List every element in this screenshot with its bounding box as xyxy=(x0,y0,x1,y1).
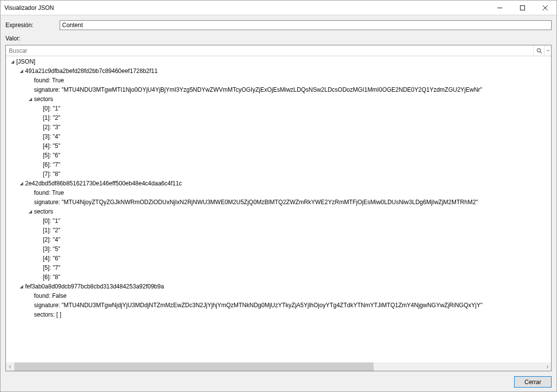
svg-marker-6 xyxy=(11,60,14,64)
tree-array-item: [5]: "7" xyxy=(43,264,60,271)
tree-container: [JSON]491a21c9dfba2befd28fd2bb7c89460eef… xyxy=(6,56,551,371)
search-options-button[interactable] xyxy=(544,45,551,56)
close-window-button[interactable] xyxy=(534,0,557,15)
horizontal-scrollbar[interactable] xyxy=(6,362,551,371)
tree-sector-item[interactable]: [5]: "7" xyxy=(8,263,551,273)
tree-prop: found: False xyxy=(34,292,67,299)
expand-toggle[interactable] xyxy=(10,57,15,67)
tree-prop: signature: "MTU4NDU3MTgwNjdjYjU3MDdjNTZm… xyxy=(34,302,483,309)
value-label: Valor: xyxy=(5,35,552,42)
minimize-icon xyxy=(497,5,502,10)
tree-entry[interactable]: fef3ab0a8d09dcb977bcb8cbd313d484253a92f0… xyxy=(8,282,551,291)
json-tree[interactable]: [JSON]491a21c9dfba2befd28fd2bb7c89460eef… xyxy=(6,56,551,362)
value-panel: [JSON]491a21c9dfba2befd28fd2bb7c89460eef… xyxy=(5,45,552,371)
tree-array-item: [6]: "8" xyxy=(43,274,60,281)
tree-array-item: [5]: "6" xyxy=(43,152,60,159)
svg-marker-10 xyxy=(29,210,32,214)
search-row xyxy=(6,45,551,56)
expand-toggle[interactable] xyxy=(19,282,24,291)
tree-sector-item[interactable]: [5]: "6" xyxy=(8,151,551,160)
tree-key: fef3ab0a8d09dcb977bcb8cbd313d484253a92f0… xyxy=(25,283,164,290)
tree-root[interactable]: [JSON] xyxy=(8,57,551,67)
tree-sector-item[interactable]: [4]: "6" xyxy=(8,254,551,263)
search-icon xyxy=(536,48,542,54)
svg-marker-7 xyxy=(20,70,23,73)
tree-prop: sectors: [ ] xyxy=(34,311,61,318)
svg-line-5 xyxy=(540,51,541,53)
tree-sector-item[interactable]: [6]: "8" xyxy=(8,273,551,282)
expression-row: Expresión: Content xyxy=(5,20,552,30)
window-title: Visualizador JSON xyxy=(4,4,54,11)
chevron-down-icon xyxy=(546,49,550,53)
chevron-right-icon xyxy=(545,365,549,369)
maximize-button[interactable] xyxy=(511,0,534,15)
dialog-footer: Cerrar xyxy=(5,374,552,388)
tree-signature[interactable]: signature: "MTU4NDU3MTgwMTI1Njo0OYjU4YjB… xyxy=(8,85,551,95)
tree-array-item: [6]: "7" xyxy=(43,161,60,168)
svg-marker-11 xyxy=(20,285,23,288)
tree-sector-item[interactable]: [1]: "2" xyxy=(8,226,551,235)
close-button[interactable]: Cerrar xyxy=(514,376,552,388)
tree-key: 2e42dbd5df86b851621730e146eff500eb48e4c4… xyxy=(25,180,182,187)
svg-marker-9 xyxy=(20,182,23,185)
tree-array-item: [4]: "6" xyxy=(43,255,60,262)
expand-toggle[interactable] xyxy=(19,67,24,76)
tree-sector-item[interactable]: [2]: "3" xyxy=(8,123,551,132)
scroll-track[interactable] xyxy=(14,362,543,371)
expression-label: Expresión: xyxy=(5,22,55,29)
tree-array-item: [3]: "5" xyxy=(43,246,60,252)
tree-prop: signature: "MTU4NDU3MTgwMTI1Njo0OYjU4YjB… xyxy=(34,86,482,93)
tree-found[interactable]: found: True xyxy=(8,188,551,198)
tree-array-item: [4]: "5" xyxy=(43,143,60,149)
expand-toggle[interactable] xyxy=(28,95,33,104)
expand-toggle[interactable] xyxy=(28,207,33,216)
tree-sector-item[interactable]: [6]: "7" xyxy=(8,160,551,170)
tree-sector-item[interactable]: [3]: "5" xyxy=(8,245,551,254)
scroll-thumb[interactable] xyxy=(14,362,374,371)
svg-point-4 xyxy=(537,48,540,52)
tree-array-item: [2]: "3" xyxy=(43,124,60,131)
search-input[interactable] xyxy=(6,45,533,56)
tree-entry[interactable]: 491a21c9dfba2befd28fd2bb7c89460eef1728b2… xyxy=(8,67,551,76)
expression-value: Content xyxy=(62,22,83,29)
expression-field[interactable]: Content xyxy=(60,20,552,30)
json-visualizer-window: Visualizador JSON Expresión: Content Val… xyxy=(0,0,557,392)
tree-found[interactable]: found: False xyxy=(8,291,551,301)
tree-array-item: [0]: "1" xyxy=(43,105,60,112)
svg-rect-1 xyxy=(521,5,525,10)
maximize-icon xyxy=(520,5,525,10)
titlebar: Visualizador JSON xyxy=(0,0,557,15)
tree-prop: signature: "MTU4NjoyZTQyZGJkNWRmODZiODUx… xyxy=(34,199,478,206)
tree-sector-item[interactable]: [3]: "4" xyxy=(8,132,551,142)
tree-array-item: [1]: "2" xyxy=(43,227,60,234)
tree-signature[interactable]: signature: "MTU4NjoyZTQyZGJkNWRmODZiODUx… xyxy=(8,198,551,207)
tree-sectors[interactable]: sectors xyxy=(8,95,551,104)
minimize-button[interactable] xyxy=(488,0,511,15)
tree-sector-item[interactable]: [0]: "1" xyxy=(8,216,551,226)
expand-toggle[interactable] xyxy=(19,179,24,188)
scroll-right-button[interactable] xyxy=(543,362,551,371)
tree-array-item: [1]: "2" xyxy=(43,114,60,121)
tree-entry[interactable]: 2e42dbd5df86b851621730e146eff500eb48e4c4… xyxy=(8,179,551,188)
tree-found[interactable]: found: True xyxy=(8,76,551,85)
tree-prop: found: True xyxy=(34,77,64,84)
client-area: Expresión: Content Valor: [JSON]491a21c9… xyxy=(0,15,557,392)
tree-sector-item[interactable]: [2]: "4" xyxy=(8,235,551,245)
tree-sector-item[interactable]: [0]: "1" xyxy=(8,104,551,113)
tree-sector-item[interactable]: [4]: "5" xyxy=(8,142,551,151)
tree-signature[interactable]: signature: "MTU4NDU3MTgwNjdjYjU3MDdjNTZm… xyxy=(8,301,551,310)
tree-sectors[interactable]: sectors xyxy=(8,207,551,216)
chevron-left-icon xyxy=(8,365,12,369)
tree-array-item: [3]: "4" xyxy=(43,133,60,140)
tree-array-item: [7]: "8" xyxy=(43,171,60,178)
scroll-left-button[interactable] xyxy=(6,362,14,371)
tree-prop: sectors xyxy=(34,208,53,215)
tree-key: 491a21c9dfba2befd28fd2bb7c89460eef1728b2… xyxy=(25,68,158,74)
tree-root-label: [JSON] xyxy=(16,58,35,65)
tree-array-item: [2]: "4" xyxy=(43,236,60,243)
search-button[interactable] xyxy=(533,45,544,56)
tree-sectors-empty[interactable]: sectors: [ ] xyxy=(8,310,551,320)
tree-prop: sectors xyxy=(34,96,53,103)
tree-sector-item[interactable]: [7]: "8" xyxy=(8,170,551,179)
tree-sector-item[interactable]: [1]: "2" xyxy=(8,113,551,123)
